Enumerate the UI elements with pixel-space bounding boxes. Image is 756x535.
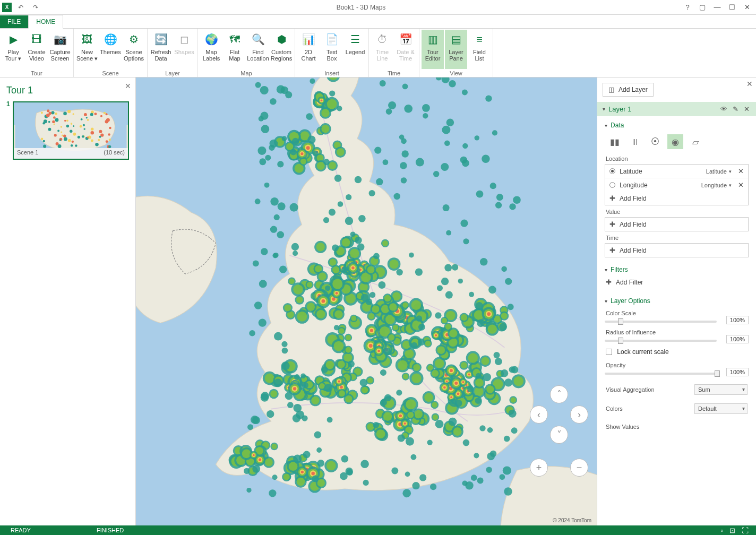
close-button[interactable]: ✕ — [740, 2, 754, 13]
scene-thumbnail[interactable]: Scene 1 (10 sec) — [13, 101, 129, 160]
svg-point-625 — [424, 393, 433, 402]
svg-point-117 — [286, 143, 293, 150]
new-scene-button[interactable]: 🖼New Scene ▾ — [76, 30, 98, 69]
zoom-out-button[interactable]: − — [570, 459, 588, 477]
location-field-row[interactable]: Latitude Latitude ▾ ✕ — [605, 165, 748, 178]
remove-field-icon[interactable]: ✕ — [738, 167, 744, 175]
remove-field-icon[interactable]: ✕ — [738, 181, 744, 189]
rotate-right-button[interactable]: › — [570, 405, 588, 424]
minimize-button[interactable]: — — [710, 2, 724, 13]
color-scale-value[interactable]: 100% — [726, 316, 749, 324]
layer-pane-button[interactable]: ▤Layer Pane — [445, 30, 467, 69]
legend-button[interactable]: ☰Legend — [344, 30, 366, 69]
map-as-dropdown[interactable]: Latitude ▾ — [706, 168, 732, 175]
svg-point-52 — [48, 128, 51, 131]
status-fullscreen-icon[interactable]: ⛶ — [738, 527, 752, 534]
shapes-icon: ◻ — [176, 31, 193, 48]
svg-point-891 — [384, 295, 391, 302]
svg-point-133 — [317, 154, 324, 161]
svg-point-1440 — [479, 425, 485, 431]
themes-button[interactable]: 🌐Themes — [99, 30, 122, 69]
tour-pane-close-icon[interactable]: ✕ — [125, 82, 131, 90]
tour-editor-button[interactable]: ▥Tour Editor — [422, 30, 444, 69]
svg-point-75 — [64, 137, 67, 141]
create-video-button[interactable]: 🎞Create Video — [25, 30, 48, 69]
svg-point-21 — [72, 113, 74, 115]
play-tour-button[interactable]: ▶Play Tour ▾ — [2, 30, 24, 69]
tab-file[interactable]: FILE — [0, 15, 28, 28]
svg-point-141 — [300, 152, 303, 155]
2d-chart-button[interactable]: 📊2D Chart — [297, 30, 320, 69]
tilt-down-button[interactable]: ˅ — [550, 426, 568, 444]
svg-point-1343 — [259, 280, 267, 288]
flat-map-button[interactable]: 🗺Flat Map — [224, 30, 246, 69]
undo-button[interactable]: ↶ — [15, 2, 27, 13]
section-data-header[interactable]: ▾ Data — [605, 119, 749, 131]
svg-point-1250 — [327, 417, 333, 423]
field-list-button[interactable]: ≡Field List — [468, 30, 491, 69]
location-add-field-button[interactable]: ✚Add Field — [605, 192, 748, 205]
lock-scale-checkbox[interactable]: Lock current scale — [605, 345, 749, 359]
refresh-data-button[interactable]: 🔄Refresh Data — [150, 30, 172, 69]
zoom-in-button[interactable]: + — [530, 459, 548, 477]
viz-heatmap-button[interactable]: ◉ — [667, 134, 683, 149]
scene-number: 1 — [6, 100, 10, 108]
ribbon-options-button[interactable]: ▢ — [695, 2, 709, 13]
layer-pane-close-icon[interactable]: ✕ — [746, 80, 753, 88]
value-add-field-button[interactable]: ✚ Add Field — [605, 218, 748, 231]
svg-point-1347 — [277, 161, 284, 167]
map-as-dropdown[interactable]: Longitude ▾ — [701, 182, 732, 188]
svg-point-1049 — [311, 472, 315, 476]
viz-region-button[interactable]: ▱ — [688, 134, 703, 149]
status-icon-2[interactable]: ⊡ — [726, 527, 738, 534]
tour-editor-pane: ✕ Tour 1 1 Scene 1 (10 sec) — [0, 77, 136, 525]
svg-point-1364 — [334, 175, 342, 182]
redo-button[interactable]: ↷ — [30, 2, 41, 13]
text-box-button[interactable]: 📄Text Box — [321, 30, 343, 69]
visual-aggregation-dropdown[interactable]: Sum — [694, 384, 748, 395]
svg-point-80 — [104, 112, 106, 114]
radius-value[interactable]: 100% — [726, 335, 749, 343]
radius-slider[interactable]: 100% — [605, 336, 749, 345]
find-location-button[interactable]: 🔍Find Location — [247, 30, 269, 69]
svg-point-1248 — [261, 248, 268, 255]
capture-screen-button[interactable]: 📷Capture Screen — [49, 30, 71, 69]
custom-regions-button[interactable]: ⬢Custom Regions — [270, 30, 293, 69]
color-scale-slider[interactable]: 100% — [605, 317, 749, 326]
layer-delete-icon[interactable]: ✕ — [743, 105, 751, 113]
add-filter-button[interactable]: ✚ Add Filter — [605, 275, 749, 289]
opacity-slider[interactable]: 100% — [605, 369, 749, 378]
add-layer-button[interactable]: ◫ Add Layer — [603, 83, 654, 97]
tilt-up-button[interactable]: ˄ — [550, 385, 568, 403]
section-layer-options-header[interactable]: ▾ Layer Options — [605, 295, 749, 307]
scene-options-icon: ⚙ — [125, 31, 142, 48]
time-add-field-button[interactable]: ✚ Add Field — [605, 244, 748, 257]
location-field-row[interactable]: Longitude Longitude ▾ ✕ — [605, 178, 748, 192]
layer-header[interactable]: ▾ Layer 1 👁 ✎ ✕ — [597, 102, 756, 116]
viz-bubble-button[interactable]: ⦿ — [647, 134, 663, 149]
layer-visibility-icon[interactable]: 👁 — [719, 105, 728, 113]
layer-rename-icon[interactable]: ✎ — [732, 105, 740, 113]
svg-point-1413 — [487, 452, 495, 460]
map-canvas[interactable]: © 2024 TomTom ˄ ‹ › ˅ + − — [136, 77, 597, 525]
scene-options-button[interactable]: ⚙Scene Options — [123, 30, 145, 69]
svg-point-79 — [46, 114, 50, 117]
map-labels-button[interactable]: 🌍Map Labels — [200, 30, 222, 69]
section-filters-header[interactable]: ▾ Filters — [605, 264, 749, 275]
create-video-label: Create Video — [25, 49, 48, 62]
viz-clustered-column-button[interactable]: ⫼ — [627, 134, 643, 149]
layer-caret-icon: ▾ — [603, 106, 605, 112]
svg-point-68 — [82, 135, 84, 138]
tab-home[interactable]: HOME — [28, 15, 63, 29]
svg-point-47 — [59, 139, 61, 141]
rotate-left-button[interactable]: ‹ — [530, 405, 548, 424]
svg-point-1097 — [414, 410, 422, 418]
help-button[interactable]: ? — [681, 2, 694, 13]
colors-dropdown[interactable]: Default — [694, 403, 748, 414]
tour-title: Tour 1 — [6, 83, 129, 101]
opacity-value[interactable]: 100% — [726, 368, 749, 376]
svg-point-1280 — [483, 373, 491, 381]
maximize-button[interactable]: ☐ — [725, 2, 739, 13]
viz-stacked-column-button[interactable]: ▮▮ — [607, 134, 623, 149]
status-icon-1[interactable]: ▫ — [717, 527, 726, 534]
